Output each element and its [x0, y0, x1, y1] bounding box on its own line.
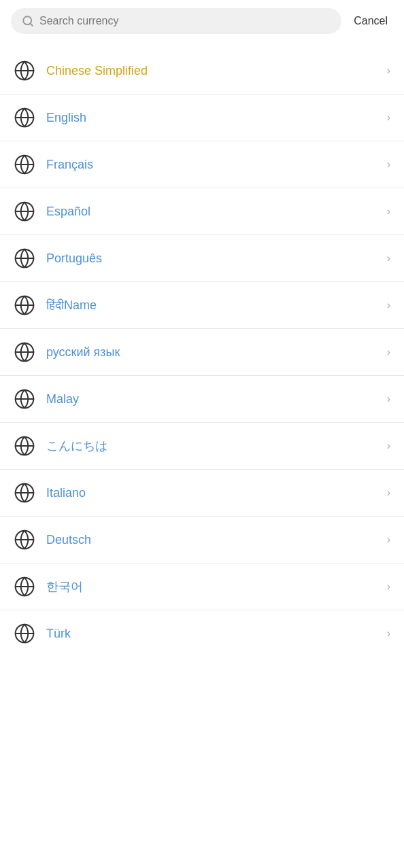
- item-label-korean: 한국어: [46, 578, 387, 595]
- item-label-chinese-simplified: Chinese Simplified: [46, 64, 387, 78]
- globe-icon: [14, 60, 35, 82]
- list-item-espanol[interactable]: Español›: [0, 188, 404, 235]
- cancel-button[interactable]: Cancel: [348, 12, 393, 30]
- header: Cancel: [0, 0, 404, 42]
- globe-icon: [14, 201, 35, 222]
- svg-line-1: [30, 23, 32, 25]
- globe-icon: [14, 107, 35, 128]
- item-label-italiano: Italiano: [46, 486, 387, 500]
- list-item-english[interactable]: English›: [0, 94, 404, 141]
- chevron-right-icon: ›: [387, 65, 390, 77]
- item-label-hindi: हिंदीName: [46, 298, 387, 313]
- item-label-deutsch: Deutsch: [46, 533, 387, 547]
- chevron-right-icon: ›: [387, 440, 390, 452]
- chevron-right-icon: ›: [387, 205, 390, 218]
- list-item-portugues[interactable]: Português›: [0, 235, 404, 282]
- item-label-malay: Malay: [46, 392, 387, 406]
- list-item-turk[interactable]: Türk›: [0, 610, 404, 657]
- list-item-russian[interactable]: русский язык›: [0, 329, 404, 376]
- list-item-francais[interactable]: Français›: [0, 141, 404, 188]
- list-item-korean[interactable]: 한국어›: [0, 563, 404, 610]
- list-item-italiano[interactable]: Italiano›: [0, 470, 404, 517]
- globe-icon: [14, 294, 35, 316]
- item-label-espanol: Español: [46, 205, 387, 219]
- chevron-right-icon: ›: [387, 111, 390, 124]
- item-label-japanese: こんにちは: [46, 438, 387, 454]
- list-item-chinese-simplified[interactable]: Chinese Simplified›: [0, 48, 404, 94]
- globe-icon: [14, 529, 35, 551]
- item-label-russian: русский язык: [46, 345, 387, 360]
- chevron-right-icon: ›: [387, 627, 390, 640]
- globe-icon: [14, 576, 35, 597]
- globe-icon: [14, 341, 35, 363]
- item-label-english: English: [46, 111, 387, 125]
- list-item-malay[interactable]: Malay›: [0, 376, 404, 423]
- chevron-right-icon: ›: [387, 487, 390, 499]
- search-icon: [22, 15, 34, 27]
- item-label-francais: Français: [46, 158, 387, 172]
- chevron-right-icon: ›: [387, 252, 390, 264]
- list-item-japanese[interactable]: こんにちは›: [0, 423, 404, 470]
- chevron-right-icon: ›: [387, 393, 390, 405]
- chevron-right-icon: ›: [387, 299, 390, 311]
- globe-icon: [14, 482, 35, 504]
- language-list: Chinese Simplified› English› Français› E…: [0, 48, 404, 657]
- chevron-right-icon: ›: [387, 158, 390, 171]
- globe-icon: [14, 388, 35, 410]
- list-item-deutsch[interactable]: Deutsch›: [0, 517, 404, 563]
- globe-icon: [14, 435, 35, 457]
- globe-icon: [14, 247, 35, 269]
- chevron-right-icon: ›: [387, 346, 390, 358]
- chevron-right-icon: ›: [387, 580, 390, 593]
- globe-icon: [14, 154, 35, 175]
- globe-icon: [14, 623, 35, 644]
- list-item-hindi[interactable]: हिंदीName›: [0, 282, 404, 329]
- item-label-portugues: Português: [46, 251, 387, 266]
- search-bar[interactable]: [11, 8, 341, 34]
- chevron-right-icon: ›: [387, 534, 390, 546]
- search-input[interactable]: [39, 15, 331, 27]
- item-label-turk: Türk: [46, 627, 387, 641]
